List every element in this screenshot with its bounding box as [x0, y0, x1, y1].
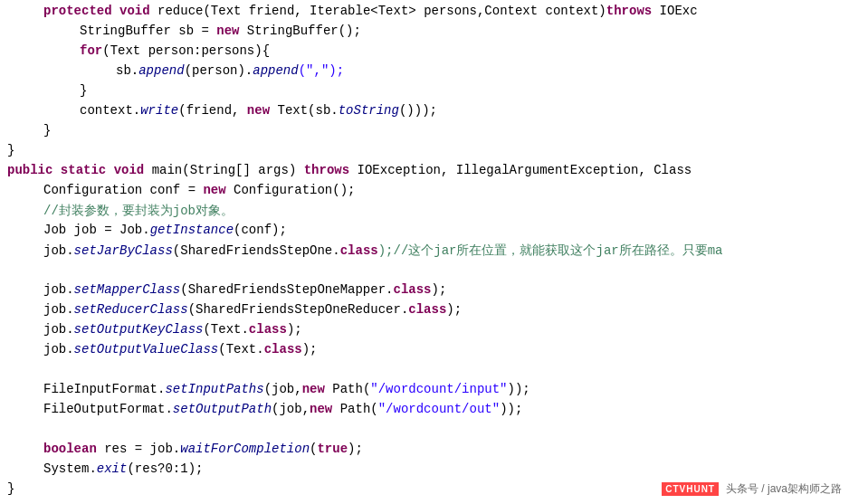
code-token: (conf); — [234, 223, 287, 237]
code-token: )); — [500, 402, 522, 416]
code-token: IOExc — [652, 4, 697, 18]
code-token: setReducerClass — [74, 302, 188, 317]
code-token: } — [80, 83, 87, 98]
code-token: job. — [43, 302, 74, 317]
code-token: < — [370, 4, 377, 18]
code-token: getInstance — [150, 223, 234, 237]
code-token: throws — [304, 163, 349, 177]
code-token: boolean — [43, 442, 97, 456]
code-token: Path( — [325, 382, 370, 396]
code-token: conf = — [142, 183, 203, 197]
code-line: } — [0, 143, 849, 163]
code-token: new — [302, 382, 325, 396]
code-token: true — [317, 442, 348, 456]
code-token: );//这个jar所在位置，就能获取这个jar所在路径。只要ma — [378, 243, 723, 258]
code-token: protected — [43, 4, 112, 18]
code-token: Text — [110, 43, 141, 58]
code-line: job.setOutputValueClass(Text.class); — [0, 342, 849, 362]
code-token: throws — [606, 4, 652, 18]
code-token — [52, 163, 60, 177]
code-line: boolean res = job.waitForCompletion(true… — [0, 442, 849, 461]
code-token — [106, 163, 113, 177]
code-token: Job — [43, 223, 66, 237]
code-token: setMapperClass — [74, 282, 181, 297]
watermark-channel: 头条号 / java架构师之路 — [726, 481, 842, 497]
code-token: job. — [43, 322, 74, 337]
code-token: Text(sb. — [270, 103, 339, 118]
code-token: append — [253, 63, 298, 78]
code-token: setInputPaths — [165, 382, 263, 396]
code-line — [0, 362, 849, 382]
code-token: sb. — [116, 63, 138, 78]
code-line: job.setOutputKeyClass(Text.class); — [0, 322, 849, 342]
code-token: StringBuffer — [80, 24, 171, 38]
code-token: static — [61, 163, 106, 177]
code-token: ); — [287, 322, 302, 337]
code-token: Path( — [332, 402, 377, 416]
code-token: friend, — [241, 4, 310, 18]
code-token: exit — [97, 461, 128, 476]
code-token: new — [247, 103, 270, 118]
code-line — [0, 262, 849, 282]
code-line: Job job = Job.getInstance(conf); — [0, 223, 849, 242]
code-token: job. — [43, 342, 74, 357]
code-token: Text — [378, 4, 409, 18]
code-container: protected void reduce(Text friend, Itera… — [0, 0, 849, 504]
code-line: //封装参数，要封装为job对象。 — [0, 203, 849, 223]
code-token: Text — [211, 4, 242, 18]
code-token: Context — [484, 4, 538, 18]
code-token: class — [249, 322, 287, 337]
code-token: setOutputValueClass — [74, 342, 219, 357]
code-line: protected void reduce(Text friend, Itera… — [0, 4, 849, 24]
code-line: context.write(friend, new Text(sb.toStri… — [0, 103, 849, 123]
code-token: sb = — [171, 24, 216, 38]
code-token: (person). — [185, 63, 253, 78]
code-token: main(String[] args) — [144, 163, 303, 177]
code-line: for(Text person:persons){ — [0, 43, 849, 63]
code-token: append — [138, 63, 184, 78]
code-line: StringBuffer sb = new StringBuffer(); — [0, 24, 849, 43]
code-token: job = Job. — [66, 223, 149, 237]
code-token: job. — [43, 243, 74, 258]
watermark: CTVHUNT 头条号 / java架构师之路 — [662, 481, 842, 497]
code-token: new — [203, 183, 225, 197]
code-token: ())); — [399, 103, 437, 118]
watermark-logo: CTVHUNT — [662, 482, 719, 496]
code-token: class — [264, 342, 302, 357]
code-token: } — [7, 143, 14, 157]
code-token: new — [216, 24, 239, 38]
code-line: FileInputFormat.setInputPaths(job,new Pa… — [0, 382, 849, 402]
code-token: (res?0:1); — [127, 461, 203, 476]
code-token: ); — [348, 442, 363, 456]
code-token: void — [114, 163, 145, 177]
code-token: FileInputFormat. — [43, 382, 165, 396]
code-token: (job, — [272, 402, 310, 416]
code-token: toString — [339, 103, 399, 118]
code-token — [112, 4, 119, 18]
code-token: setOutputPath — [173, 402, 272, 416]
code-token: reduce( — [150, 4, 211, 18]
code-token: } — [7, 481, 14, 496]
code-token: new — [310, 402, 332, 416]
code-token: (Text. — [203, 322, 248, 337]
code-line: job.setReducerClass(SharedFriendsStepOne… — [0, 302, 849, 322]
code-token: context) — [538, 4, 606, 18]
code-token: StringBuffer(); — [239, 24, 360, 38]
code-token: class — [408, 302, 446, 317]
code-token: waitForCompletion — [180, 442, 310, 456]
code-token: (friend, — [178, 103, 247, 118]
code-token: for — [80, 43, 102, 58]
code-token: (","); — [299, 63, 344, 78]
code-token: public — [7, 163, 52, 177]
code-token: (SharedFriendsStepOneReducer. — [188, 302, 409, 317]
code-token: person:persons){ — [140, 43, 270, 58]
code-token: job. — [43, 282, 74, 297]
code-line: } — [0, 123, 849, 143]
code-token: class — [340, 243, 378, 258]
code-token: Iterable — [310, 4, 370, 18]
code-token: ); — [432, 282, 447, 297]
code-line — [0, 422, 849, 442]
code-token: (SharedFriendsStepOne. — [173, 243, 340, 258]
code-token: context. — [80, 103, 140, 118]
code-token: ); — [302, 342, 318, 357]
